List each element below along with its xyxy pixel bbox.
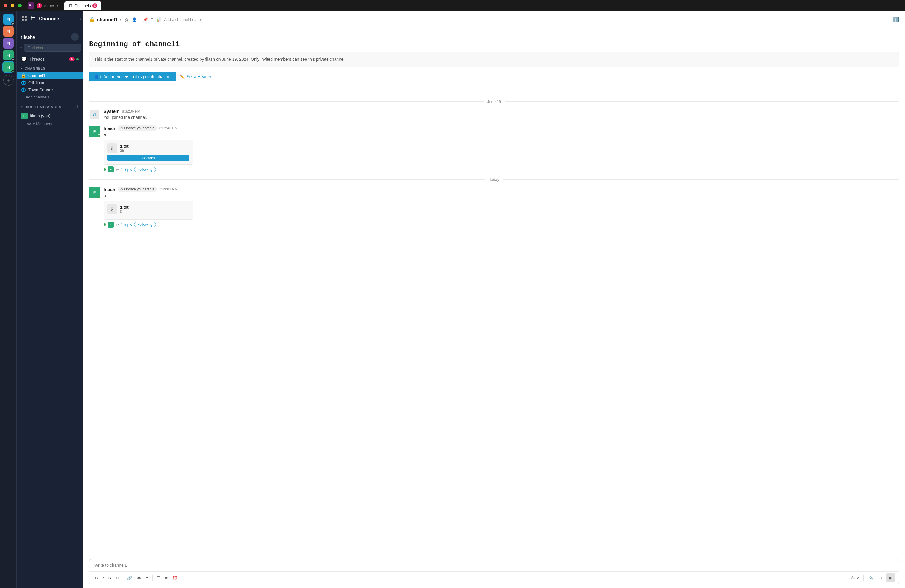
- link-button[interactable]: 🔗: [125, 575, 134, 582]
- threads-item[interactable]: 💬 Threads 5: [17, 55, 83, 64]
- svg-rect-14: [31, 17, 35, 18]
- following-button-1[interactable]: Following: [134, 167, 156, 172]
- rail-online-dot: [11, 70, 14, 73]
- dm-section-label[interactable]: ▾ DIRECT MESSAGES: [21, 105, 61, 109]
- emoji-time-button[interactable]: ⏰: [171, 575, 179, 582]
- app-name[interactable]: demo: [44, 3, 54, 8]
- add-channels-button[interactable]: + Add channels: [17, 94, 83, 101]
- nav-back-button[interactable]: ←: [64, 15, 72, 23]
- svg-rect-4: [70, 3, 70, 7]
- workspace-name[interactable]: filash6: [21, 35, 35, 40]
- heading-button[interactable]: H: [114, 575, 120, 582]
- system-time: 8:32:36 PM: [122, 109, 140, 113]
- maximize-dot[interactable]: [18, 4, 22, 8]
- file-size-2: 0: [120, 210, 129, 214]
- channel-info-button[interactable]: ℹ️: [893, 17, 899, 22]
- italic-button[interactable]: I: [100, 575, 105, 582]
- channel-beginning: Beginning of channel1 This is the start …: [89, 28, 899, 95]
- reply-count-2[interactable]: 1 reply: [121, 222, 132, 227]
- new-message-button[interactable]: +: [71, 33, 79, 41]
- channel-hashtag-icon: [30, 16, 35, 22]
- app-notification-badge: 4: [37, 3, 42, 8]
- add-header-button[interactable]: Add a channel header: [164, 17, 202, 22]
- filter-icon[interactable]: ≡: [20, 46, 22, 50]
- file-icon-1: ⎘: [108, 143, 117, 153]
- bullet-list-button[interactable]: ☰: [155, 575, 162, 582]
- grid-icon[interactable]: [22, 16, 27, 22]
- reply-count-1[interactable]: 1 reply: [121, 167, 132, 172]
- reply-dot-2: [103, 223, 106, 226]
- system-message: ƒil System 8:32:36 PM You joined the cha…: [89, 109, 899, 121]
- sidebar: Channels ← → 🔍 ? @ 🔖 ⚙️ FI: [17, 11, 83, 588]
- message-input[interactable]: [89, 559, 899, 571]
- icon-rail: FI FI FI FI FI +: [0, 11, 17, 588]
- add-dm-button[interactable]: +: [75, 104, 79, 110]
- close-dot[interactable]: [3, 4, 7, 8]
- find-channel-input[interactable]: [24, 44, 81, 52]
- sidebar-item-town-square[interactable]: 🌐 Town Square: [17, 86, 83, 94]
- channel-tab[interactable]: Channels 5: [64, 2, 102, 10]
- member-count[interactable]: 👤 1: [132, 17, 140, 22]
- message-input-area: B I S H 🔗 <> ❝ ☰ ≡ ⏰ Aa ∨: [83, 555, 905, 588]
- svg-rect-11: [25, 19, 27, 21]
- send-icon: ▶: [889, 576, 892, 580]
- svg-rect-13: [34, 16, 35, 21]
- update-status-button-1[interactable]: ↻ Update your status: [117, 126, 157, 131]
- bold-button[interactable]: B: [93, 575, 99, 582]
- add-workspace-button[interactable]: +: [3, 75, 14, 86]
- following-button-2[interactable]: Following: [134, 222, 156, 227]
- channel-star-icon[interactable]: ☆: [124, 16, 129, 23]
- activity-icon[interactable]: 📊: [156, 17, 161, 22]
- system-username: System: [103, 109, 119, 114]
- rail-avatar-2[interactable]: FI: [3, 26, 14, 37]
- attachment-button[interactable]: 📎: [867, 575, 875, 582]
- header-text-btn[interactable]: T: [151, 17, 153, 22]
- threads-label: Threads: [29, 57, 44, 62]
- rail-avatar-3[interactable]: FI: [3, 38, 14, 49]
- message-group-1: F filash ↻ Update your status 8:32:43 PM: [89, 126, 899, 172]
- rail-avatar-1[interactable]: FI: [3, 14, 14, 25]
- thread-reply-1[interactable]: F ↩ 1 reply Following: [103, 167, 899, 172]
- code-button[interactable]: <>: [135, 575, 143, 582]
- font-size-button[interactable]: Aa ∨: [850, 575, 861, 580]
- rail-dot-1: [11, 22, 14, 25]
- quote-button[interactable]: ❝: [144, 575, 150, 582]
- dm-avatar-filash: F: [21, 113, 27, 119]
- channel-beginning-title: Beginning of channel1: [89, 40, 899, 48]
- update-status-button-2[interactable]: ↻ Update your status: [117, 186, 157, 192]
- dm-section-header: ▾ DIRECT MESSAGES +: [17, 101, 83, 111]
- send-button[interactable]: ▶: [886, 573, 895, 582]
- file-icon-2: ⎘: [108, 205, 117, 214]
- channel-name-header[interactable]: 🔒 channel1 ▾ ☆: [89, 16, 129, 23]
- app-container: FI FI FI FI FI +: [0, 11, 905, 588]
- channels-section-header[interactable]: ▾ CHANNELS: [17, 64, 83, 72]
- msg-username-1[interactable]: filash: [103, 126, 115, 131]
- messages-area[interactable]: Beginning of channel1 This is the start …: [83, 28, 905, 555]
- pinned-icon[interactable]: 📌: [143, 17, 148, 22]
- tab-name: Channels: [75, 3, 91, 8]
- reply-avatar-2: F: [108, 222, 114, 227]
- add-members-button[interactable]: 👤+ Add members to this private channel: [89, 72, 176, 81]
- invite-members-button[interactable]: + Invite Members: [17, 120, 83, 127]
- msg-username-2[interactable]: filash: [103, 187, 115, 192]
- sidebar-item-off-topic[interactable]: 🌐 Off-Topic: [17, 79, 83, 86]
- title-bar: 4 demo ▾ Channels 5: [0, 0, 905, 11]
- reply-avatar-1: F: [108, 167, 114, 172]
- section-chevron-icon: ▾: [21, 67, 23, 70]
- set-header-button[interactable]: ✏️ Set a Header: [179, 72, 211, 81]
- numbered-list-button[interactable]: ≡: [164, 575, 169, 582]
- rail-avatar-4[interactable]: FI: [3, 50, 14, 60]
- nav-forward-button[interactable]: →: [75, 15, 83, 23]
- sidebar-item-channel1[interactable]: 🔒 channel1: [17, 72, 83, 79]
- rail-avatar-5[interactable]: FI: [3, 62, 14, 72]
- strikethrough-button[interactable]: S: [106, 575, 113, 582]
- app-switcher[interactable]: 4 demo ▾: [27, 2, 58, 9]
- emoji-picker-button[interactable]: ☺: [877, 575, 884, 582]
- msg-time-2: 2:39:01 PM: [159, 187, 178, 191]
- find-channel-row: ≡: [17, 44, 83, 55]
- minimize-dot[interactable]: [11, 4, 14, 8]
- workspace-header: filash6 +: [17, 29, 83, 44]
- pencil-icon: ✏️: [179, 74, 185, 79]
- dm-filash[interactable]: F filash (you): [17, 111, 83, 120]
- thread-reply-2[interactable]: F ↩ 1 reply Following: [103, 222, 899, 227]
